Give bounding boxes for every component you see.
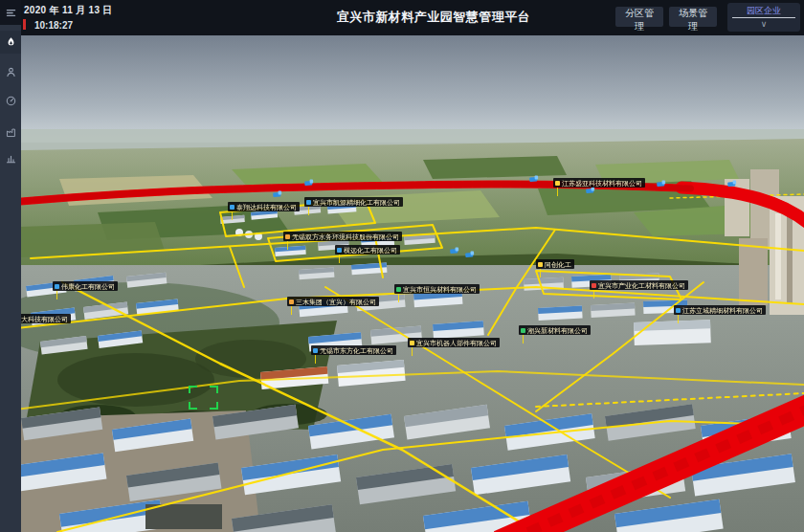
bar-chart-icon — [5, 152, 17, 165]
company-label[interactable]: 江苏盛亚科技材料有限公司 — [553, 178, 645, 188]
sidebar — [0, 0, 21, 532]
company-name: 三木集团（宜兴）有限公司 — [296, 298, 376, 306]
map-3d-view[interactable]: 泰翔达科技有限公司宜兴市凯源精细化工有限公司无锡双方水务环境科技股份有限公司横远… — [21, 35, 804, 532]
company-type-icon — [592, 283, 596, 288]
company-name: 宜兴市恒兴材料有限公司 — [403, 285, 477, 294]
enterprise-button[interactable] — [0, 121, 21, 144]
company-name: 泰翔达科技有限公司 — [236, 203, 297, 211]
company-label[interactable]: 潮兴新材料有限公司 — [519, 325, 591, 335]
company-name: 潮兴新材料有限公司 — [527, 326, 588, 335]
user-icon — [5, 66, 17, 78]
company-label[interactable]: 同创化工 — [536, 259, 574, 269]
company-name: 宜兴市凯源精细化工有限公司 — [313, 198, 400, 207]
company-label[interactable]: 伟康化工有限公司 — [53, 281, 118, 291]
company-label[interactable]: 横远化工有限公司 — [335, 245, 400, 255]
company-label[interactable]: 无锡双方水务环境科技股份有限公司 — [283, 232, 402, 241]
company-type-icon — [55, 284, 59, 289]
company-label[interactable]: 无锡市东方化工有限公司 — [311, 345, 396, 355]
scene-management-button[interactable]: 场景管理 — [669, 7, 717, 27]
company-name: 无锡市东方化工有限公司 — [320, 346, 393, 355]
top-header: 2020 年 11 月 13 日 10:18:27 宜兴市新材料产业园智慧管理平… — [21, 0, 804, 35]
company-label[interactable]: 江苏立城精细材料有限公司 — [674, 305, 766, 315]
company-name: 宜兴市远大科技有限公司 — [21, 315, 68, 323]
company-type-icon — [313, 348, 318, 353]
company-type-icon — [410, 341, 414, 345]
energy-button[interactable] — [0, 89, 21, 112]
company-name: 宜兴市产业化工材料有限公司 — [598, 281, 685, 290]
smart-park-platform: 2020 年 11 月 13 日 10:18:27 宜兴市新材料产业园智慧管理平… — [0, 0, 804, 532]
fire-monitor-button[interactable] — [0, 31, 21, 54]
company-type-icon — [396, 287, 401, 292]
statistics-button[interactable] — [0, 146, 21, 169]
company-label[interactable]: 宜兴市凯源精细化工有限公司 — [304, 197, 403, 207]
personnel-button[interactable] — [0, 60, 21, 83]
company-type-icon — [230, 205, 234, 210]
company-type-icon — [521, 328, 525, 333]
zone-management-button[interactable]: 分区管理 — [615, 7, 663, 27]
dropdown-label: 园区企业 — [727, 5, 800, 17]
company-name: 江苏盛亚科技材料有限公司 — [562, 179, 642, 188]
company-label[interactable]: 三木集团（宜兴）有限公司 — [287, 297, 379, 306]
menu-icon — [5, 7, 17, 19]
company-type-icon — [306, 200, 311, 205]
menu-toggle-button[interactable] — [0, 0, 21, 25]
company-name: 无锡双方水务环境科技股份有限公司 — [292, 233, 399, 241]
gauge-icon — [5, 95, 17, 107]
company-label[interactable]: 宜兴市机器人部件有限公司 — [408, 338, 500, 347]
company-label[interactable]: 宜兴市远大科技有限公司 — [21, 314, 71, 323]
company-type-icon — [676, 308, 681, 313]
company-type-icon — [538, 262, 543, 267]
company-name: 宜兴市机器人部件有限公司 — [416, 339, 497, 347]
company-label[interactable]: 宜兴市恒兴材料有限公司 — [394, 284, 480, 294]
company-name: 伟康化工有限公司 — [61, 282, 115, 291]
factory-icon — [5, 126, 17, 139]
company-label[interactable]: 泰翔达科技有限公司 — [228, 202, 300, 211]
park-enterprise-dropdown[interactable]: 园区企业 ∨ — [727, 3, 800, 32]
fire-icon — [5, 36, 17, 49]
company-type-icon — [337, 248, 342, 253]
company-type-icon — [555, 181, 560, 186]
company-type-icon — [285, 234, 290, 239]
company-label[interactable]: 宜兴市产业化工材料有限公司 — [590, 280, 688, 290]
company-name: 横远化工有限公司 — [344, 246, 397, 255]
company-type-icon — [289, 299, 294, 304]
company-name: 同创化工 — [545, 260, 571, 269]
chevron-down-icon: ∨ — [727, 18, 800, 30]
company-name: 江苏立城精细材料有限公司 — [682, 306, 763, 315]
